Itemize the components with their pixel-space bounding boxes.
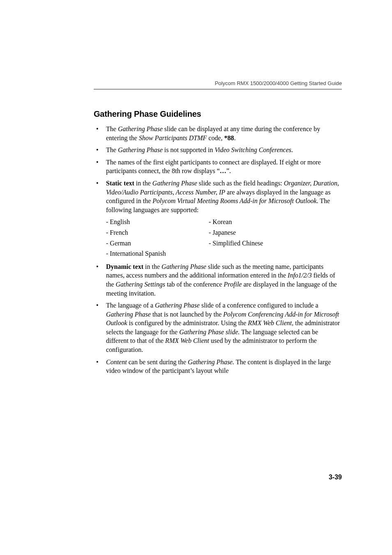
page-number: 3-39: [329, 474, 342, 481]
text-italic: Gathering Phase: [118, 146, 163, 153]
text: The: [106, 125, 118, 132]
text-italic: Content: [106, 358, 127, 365]
text-italic: Video Switching Conferences: [214, 146, 291, 153]
text-italic: Gathering Phase slide.: [179, 328, 240, 335]
text-italic: Profile: [224, 281, 242, 288]
lang-item: - Japanese: [209, 227, 311, 238]
table-row: - German - Simplified Chinese: [106, 238, 342, 249]
text: code,: [207, 134, 224, 141]
section-title: Gathering Phase Guidelines: [94, 109, 342, 119]
bullet-list: The Gathering Phase slide can be display…: [94, 125, 342, 375]
text: The names of the first eight participant…: [106, 159, 321, 175]
lang-item: - Simplified Chinese: [209, 238, 311, 249]
lang-item: - French: [106, 227, 209, 238]
text: that is not launched by the: [151, 311, 223, 318]
text-italic: Polycom Virtual Meeting Rooms Add-in for…: [152, 197, 316, 204]
text-italic: Show Participants DTMF: [139, 134, 207, 141]
text: can be sent during the: [127, 358, 188, 365]
text-bold: *88: [224, 134, 234, 141]
text: is not supported in: [163, 146, 215, 153]
text: in the: [134, 180, 152, 187]
text-italic: RMX Web Client,: [248, 319, 293, 326]
bullet-item: The Gathering Phase slide can be display…: [105, 125, 342, 142]
bullet-item: The language of a Gathering Phase slide …: [105, 301, 342, 354]
text-bold: Dynamic text: [106, 263, 143, 270]
text: .: [234, 134, 236, 141]
running-header: Polycom RMX 1500/2000/4000 Getting Start…: [94, 80, 342, 86]
bullet-item: Static text in the Gathering Phase slide…: [105, 179, 342, 259]
text: The language of a: [106, 302, 155, 309]
text-italic: Info1/2/3: [288, 272, 312, 279]
text: The: [106, 146, 118, 153]
text-italic: Gathering Phase: [106, 311, 151, 318]
text-bold: Static text: [106, 180, 134, 187]
text-italic: Gathering Phase: [161, 263, 206, 270]
bullet-item: Content can be sent during the Gathering…: [105, 358, 342, 375]
text-italic: RMX Web Client: [165, 337, 209, 344]
table-row: - French - Japanese: [106, 227, 342, 238]
table-row: - International Spanish: [106, 248, 342, 259]
text: ”.: [226, 167, 231, 174]
bullet-item: Dynamic text in the Gathering Phase slid…: [105, 262, 342, 298]
bullet-item: The names of the first eight participant…: [105, 158, 342, 176]
text: is configured by the administrator. Usin…: [127, 319, 248, 326]
language-table: - English - Korean - French - Japanese -…: [106, 217, 342, 259]
header-rule: [94, 89, 342, 90]
text-italic: Gathering Phase: [155, 302, 200, 309]
text: .: [291, 146, 293, 153]
text-italic: Gathering Phase: [118, 125, 163, 132]
text: slide such as the field headings:: [197, 180, 284, 187]
text: in the: [143, 263, 161, 270]
bullet-item: The Gathering Phase is not supported in …: [105, 146, 342, 155]
text: slide of a conference configured to incl…: [200, 302, 318, 309]
lang-item: - Korean: [209, 217, 311, 227]
text: tab of the conference: [165, 281, 224, 288]
text-bold: …: [220, 167, 226, 174]
lang-item: - English: [106, 217, 209, 227]
lang-item: - International Spanish: [106, 248, 209, 259]
text-italic: Gathering Settings: [116, 281, 165, 288]
text-italic: Gathering Phase.: [188, 358, 234, 365]
text-italic: Gathering Phase: [152, 180, 197, 187]
lang-item: - German: [106, 238, 209, 249]
table-row: - English - Korean: [106, 217, 342, 227]
